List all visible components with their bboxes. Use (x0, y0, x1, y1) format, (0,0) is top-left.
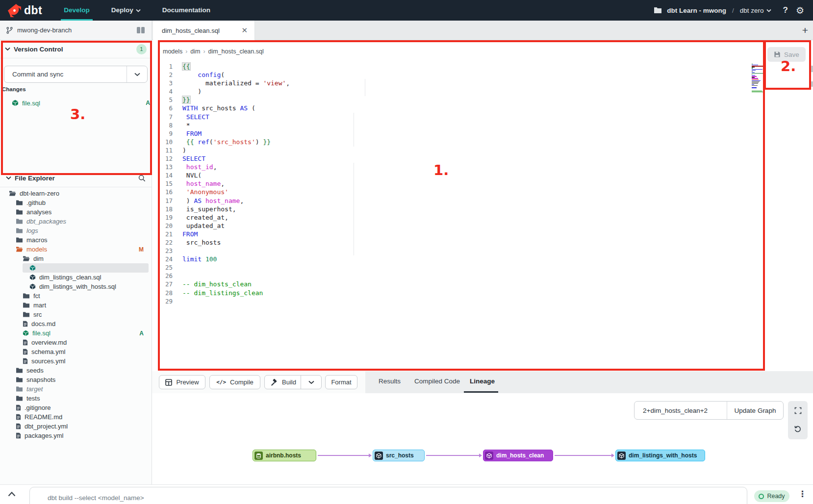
help-icon[interactable]: ? (783, 5, 788, 15)
tree-item-logs[interactable]: logs (0, 226, 152, 235)
commit-options-chevron[interactable] (127, 66, 147, 82)
code-line[interactable]: 7 SELECT (152, 113, 813, 121)
code-line[interactable]: 2 config( (152, 71, 813, 79)
changed-file-row[interactable]: file.sql A (12, 98, 150, 108)
tree-item-sources-yml[interactable]: sources.yml (0, 356, 152, 366)
code-line[interactable]: 20 updated_at (152, 222, 813, 230)
build-options-chevron[interactable] (301, 376, 321, 389)
code-line[interactable]: 23 (152, 247, 813, 255)
environment-selector[interactable]: dbt zero (740, 7, 771, 14)
code-line[interactable]: 11) (152, 146, 813, 154)
tree-item-dbt-learn-zero[interactable]: dbt-learn-zero (0, 189, 152, 198)
code-line[interactable]: 10 {{ ref('src_hosts') }} (152, 138, 813, 146)
tree-item-readme-md[interactable]: README.md (0, 412, 152, 422)
code-line[interactable]: 21FROM (152, 230, 813, 238)
command-input[interactable]: dbt build --select <model_name> (29, 487, 747, 504)
tree-item-docs-md[interactable]: docs.md (0, 319, 152, 328)
preview-button[interactable]: Preview (159, 375, 205, 389)
tree-item-snapshots[interactable]: snapshots (0, 375, 152, 384)
format-button[interactable]: Format (325, 375, 357, 389)
breadcrumb-models[interactable]: models (163, 48, 182, 55)
tree-item-dim-listings-clean-sql[interactable]: dim_listings_clean.sql (0, 273, 152, 282)
code-line[interactable]: 3 materialized = 'view', (152, 79, 813, 87)
chevron-down-icon[interactable] (6, 176, 11, 180)
lineage-node-dim-hosts-clean[interactable]: dim_hosts_clean (483, 450, 553, 461)
nav-deploy[interactable]: Deploy (111, 0, 141, 21)
settings-gear-icon[interactable]: ⚙ (796, 5, 804, 16)
breadcrumb-file[interactable]: dim_hosts_clean.sql (208, 48, 263, 55)
close-icon[interactable]: ✕ (241, 26, 248, 35)
lineage-node-airbnb-hosts[interactable]: airbnb.hosts (253, 450, 316, 461)
code-line[interactable]: 25 (152, 263, 813, 272)
tree-item-fct[interactable]: fct (0, 291, 152, 301)
code-line[interactable]: 22 src_hosts (152, 238, 813, 247)
code-line[interactable]: 15 host_name, (152, 179, 813, 188)
tree-item-dbt-packages[interactable]: dbt_packages (0, 217, 152, 226)
tree-item-dbt-project-yml[interactable]: dbt_project.yml (0, 422, 152, 431)
code-line[interactable]: 17 ) AS host_name, (152, 197, 813, 205)
lineage-node-src-hosts[interactable]: src_hosts (373, 450, 425, 461)
code-line[interactable]: 5}} (152, 96, 813, 104)
code-line[interactable]: 14 NVL( (152, 171, 813, 179)
tree-item-macros[interactable]: macros (0, 235, 152, 245)
tree-item-dim-listings-with-hosts-sql[interactable]: dim_listings_with_hosts.sql (0, 282, 152, 291)
code-line[interactable]: 18 is_superhost, (152, 205, 813, 213)
kebab-menu-icon[interactable]: ⋮ (798, 489, 807, 499)
branch-name[interactable]: mwong-dev-branch (17, 26, 72, 34)
code-line[interactable]: 6WITH src_hosts AS ( (152, 104, 813, 112)
tree-item-dim[interactable]: dim (0, 254, 152, 263)
lineage-node-dim-listings-with-hosts[interactable]: dim_listings_with_hosts (615, 450, 705, 461)
code-line[interactable]: 12SELECT (152, 154, 813, 163)
panel-columns-icon[interactable] (137, 27, 145, 33)
expand-command-chevron-icon[interactable] (8, 490, 16, 499)
tree-item-packages-yml[interactable]: packages.yml (0, 431, 152, 440)
code-line[interactable]: 24limit 100 (152, 255, 813, 263)
commit-and-sync-button[interactable]: Commit and sync (4, 66, 148, 83)
tree-item-overview-md[interactable]: overview.md (0, 338, 152, 347)
nav-documentation[interactable]: Documentation (162, 0, 210, 21)
search-icon[interactable] (138, 175, 146, 182)
tree-item--github[interactable]: .github (0, 198, 152, 207)
save-button[interactable]: Save (767, 47, 806, 62)
project-name[interactable]: dbt Learn - mwong (667, 7, 726, 14)
tree-item-file-sql[interactable]: file.sqlA (0, 328, 152, 338)
tree-item--gitignore[interactable]: .gitignore (0, 403, 152, 412)
code-line[interactable]: 29 (152, 297, 813, 305)
tab-compiled-code[interactable]: Compiled Code (414, 378, 460, 385)
tree-item-schema-yml[interactable]: schema.yml (0, 347, 152, 356)
tab-dim-hosts-clean[interactable]: dim_hosts_clean.sql ✕ (153, 21, 255, 40)
build-button[interactable]: Build (264, 375, 322, 389)
dbt-logo[interactable]: dbt (8, 4, 42, 17)
code-line[interactable]: 28-- dim_listings_clean (152, 289, 813, 297)
tree-item-label: src (33, 311, 42, 318)
code-line[interactable]: 26 (152, 272, 813, 280)
chevron-down-icon[interactable] (5, 47, 10, 51)
reset-view-icon[interactable] (788, 420, 808, 438)
tree-item-dim-hosts-clean-sql[interactable]: dim_hosts_clean.sql (0, 263, 152, 273)
lineage-selector-input[interactable]: 2+dim_hosts_clean+2 (635, 402, 727, 419)
model-cube-icon (375, 452, 383, 460)
tree-item-tests[interactable]: tests (0, 394, 152, 403)
tree-item-models[interactable]: modelsM (0, 245, 152, 254)
compile-button[interactable]: </> Compile (209, 375, 260, 389)
fullscreen-icon[interactable] (788, 401, 808, 420)
nav-develop[interactable]: Develop (64, 0, 90, 21)
code-line[interactable]: 1{{ (152, 62, 813, 71)
tree-item-analyses[interactable]: analyses (0, 207, 152, 217)
tree-item-seeds[interactable]: seeds (0, 366, 152, 375)
code-line[interactable]: 4 ) (152, 87, 813, 96)
code-line[interactable]: 27-- dim_hosts_clean (152, 280, 813, 288)
tab-results[interactable]: Results (379, 378, 401, 385)
code-line[interactable]: 16 'Anonymous' (152, 188, 813, 196)
tree-item-mart[interactable]: mart (0, 301, 152, 310)
tree-item-src[interactable]: src (0, 310, 152, 319)
code-line[interactable]: 9 FROM (152, 129, 813, 138)
breadcrumb-dim[interactable]: dim (190, 48, 200, 55)
code-line[interactable]: 8 * (152, 121, 813, 129)
code-line[interactable]: 19 created_at, (152, 213, 813, 222)
tab-lineage[interactable]: Lineage (470, 378, 495, 385)
code-line[interactable]: 13 host_id, (152, 163, 813, 171)
new-tab-plus-icon[interactable]: + (802, 25, 808, 36)
tree-item-target[interactable]: target (0, 384, 152, 394)
update-graph-button[interactable]: Update Graph (727, 402, 783, 419)
